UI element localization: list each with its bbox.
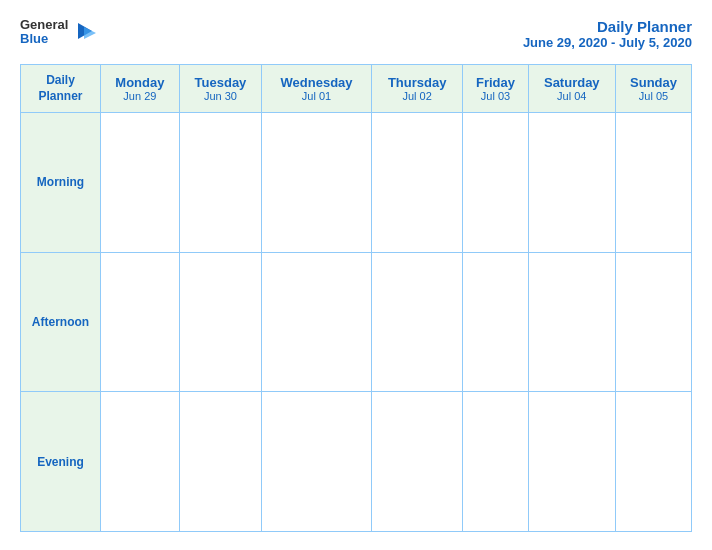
cell-evening-thursday[interactable] xyxy=(371,392,463,532)
col-header-monday: MondayJun 29 xyxy=(101,65,180,113)
cell-morning-friday[interactable] xyxy=(463,113,528,253)
col-header-thursday: ThursdayJul 02 xyxy=(371,65,463,113)
cell-afternoon-wednesday[interactable] xyxy=(262,252,372,392)
header-title: Daily Planner xyxy=(523,18,692,35)
cell-afternoon-saturday[interactable] xyxy=(528,252,616,392)
row-afternoon: Afternoon xyxy=(21,252,692,392)
planner-table: Daily Planner MondayJun 29TuesdayJun 30W… xyxy=(20,64,692,532)
cell-afternoon-friday[interactable] xyxy=(463,252,528,392)
row-label-morning: Morning xyxy=(21,113,101,253)
header-right: Daily Planner June 29, 2020 - July 5, 20… xyxy=(523,18,692,50)
cell-morning-tuesday[interactable] xyxy=(179,113,261,253)
cell-evening-wednesday[interactable] xyxy=(262,392,372,532)
cell-afternoon-sunday[interactable] xyxy=(616,252,692,392)
row-morning: Morning xyxy=(21,113,692,253)
page: General Blue Daily Planner June 29, 2020… xyxy=(0,0,712,550)
col-header-wednesday: WednesdayJul 01 xyxy=(262,65,372,113)
col-header-friday: FridayJul 03 xyxy=(463,65,528,113)
col-header-label: Daily Planner xyxy=(21,65,101,113)
col-header-sunday: SundayJul 05 xyxy=(616,65,692,113)
cell-morning-sunday[interactable] xyxy=(616,113,692,253)
cell-evening-friday[interactable] xyxy=(463,392,528,532)
cell-evening-saturday[interactable] xyxy=(528,392,616,532)
row-label-afternoon: Afternoon xyxy=(21,252,101,392)
cell-evening-sunday[interactable] xyxy=(616,392,692,532)
cell-evening-tuesday[interactable] xyxy=(179,392,261,532)
logo-icon xyxy=(74,21,96,43)
cell-morning-monday[interactable] xyxy=(101,113,180,253)
logo-text: General Blue xyxy=(20,18,68,47)
logo-general-text: General xyxy=(20,18,68,32)
cell-morning-wednesday[interactable] xyxy=(262,113,372,253)
cell-morning-thursday[interactable] xyxy=(371,113,463,253)
svg-marker-1 xyxy=(84,27,96,39)
cell-afternoon-tuesday[interactable] xyxy=(179,252,261,392)
cell-evening-monday[interactable] xyxy=(101,392,180,532)
col-header-saturday: SaturdayJul 04 xyxy=(528,65,616,113)
header: General Blue Daily Planner June 29, 2020… xyxy=(20,18,692,50)
col-header-tuesday: TuesdayJun 30 xyxy=(179,65,261,113)
logo-blue-text: Blue xyxy=(20,32,68,46)
row-evening: Evening xyxy=(21,392,692,532)
cell-afternoon-monday[interactable] xyxy=(101,252,180,392)
logo: General Blue xyxy=(20,18,96,47)
row-label-evening: Evening xyxy=(21,392,101,532)
header-subtitle: June 29, 2020 - July 5, 2020 xyxy=(523,35,692,50)
cell-afternoon-thursday[interactable] xyxy=(371,252,463,392)
cell-morning-saturday[interactable] xyxy=(528,113,616,253)
header-row: Daily Planner MondayJun 29TuesdayJun 30W… xyxy=(21,65,692,113)
